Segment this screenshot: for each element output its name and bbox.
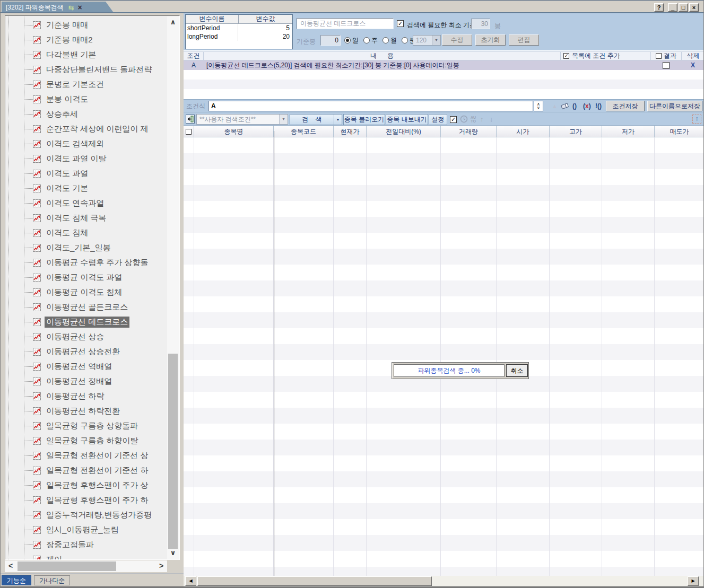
scroll-right-icon[interactable]: ▶ [688, 576, 699, 586]
chevron-down-icon[interactable]: ▼ [432, 36, 440, 45]
scroll-left-icon[interactable]: ◀ [185, 576, 196, 586]
tree-item[interactable]: 다중상단볼린저밴드 돌파전략 [5, 62, 167, 77]
column-header[interactable]: 종목코드 [274, 126, 334, 137]
period-radio-1[interactable]: 일 [344, 36, 359, 45]
column-header[interactable]: 시가 [497, 126, 550, 137]
add-to-list-checkbox[interactable]: ✓ [563, 53, 569, 59]
tree-item[interactable]: 이격도 연속과열 [5, 196, 167, 210]
tree-item[interactable]: 일목균형 후행스팬이 주가 하 [5, 493, 167, 507]
tree-item[interactable]: 분봉 이격도 [5, 92, 167, 107]
spin-down-icon[interactable]: ∨ [537, 106, 540, 110]
results-horizontal-scrollbar[interactable]: ◀ ▶ [184, 576, 704, 586]
tree-item[interactable]: 문병로 기본조건 [5, 77, 167, 92]
result-checkbox[interactable] [656, 53, 662, 59]
radio-icon[interactable] [402, 37, 408, 43]
tree-item[interactable]: 임시_이동평균_눌림 [5, 522, 167, 537]
clock-icon[interactable] [460, 115, 468, 123]
column-header[interactable]: 종목명 [194, 126, 274, 137]
scroll-up-icon[interactable]: ∧ [167, 16, 179, 28]
cancel-button[interactable]: 취소 [506, 364, 528, 377]
tree-item[interactable]: 일목균형 전환선이 기준선 하 [5, 463, 167, 478]
tree-item[interactable]: 일목균형 구름층 상향돌파 [5, 418, 167, 433]
modify-button[interactable]: 수정 [442, 34, 472, 46]
preset-dropdown[interactable]: **사용자 검색조건** ▼ [196, 114, 288, 125]
settings-button[interactable]: 설정 [429, 114, 447, 125]
tree-item[interactable]: 이동평균 수렴후 주가 상향돌 [5, 255, 167, 270]
tab-alphabetical-order[interactable]: 가나다순 [34, 575, 70, 585]
clear-triangle-icon[interactable]: ▲ [552, 103, 558, 109]
scroll-right-icon[interactable]: > [155, 560, 167, 572]
variable-row[interactable]: shortPeriod5 [186, 24, 292, 32]
tree-item[interactable]: 이격도 과열 이탈 [5, 151, 167, 166]
tree-item[interactable]: 이격도 침체 [5, 225, 167, 240]
condition-name-field[interactable]: 이동평균선 데드크로스 [297, 18, 394, 29]
tree-item[interactable]: 이동평균선 골든크로스 [5, 300, 167, 314]
scrollbar-thumb[interactable] [18, 561, 116, 571]
paren-x-button[interactable]: (x) [583, 102, 591, 110]
column-header[interactable]: 현재가 [334, 126, 367, 137]
scroll-left-icon[interactable]: < [5, 560, 16, 572]
tree-item[interactable]: 일목균형 구름층 하향이탈 [5, 433, 167, 448]
save-condition-button[interactable]: 조건저장 [606, 101, 645, 111]
save-as-button[interactable]: 다른이름으로저장 [647, 101, 702, 111]
tree-item[interactable]: 기준봉 매매 [5, 17, 167, 32]
tab-function-order[interactable]: 기능순 [2, 575, 31, 585]
tree-item[interactable]: 이동평균선 정배열 [5, 374, 167, 389]
column-header[interactable]: 거래량 [441, 126, 497, 137]
tree-vertical-scrollbar[interactable]: ∧ ∨ [167, 16, 179, 559]
move-down-icon[interactable]: ↓ [490, 115, 493, 123]
send-to-top-icon[interactable]: ↑ [692, 115, 701, 124]
tab-close-icon[interactable]: × [78, 4, 82, 11]
edit-button[interactable]: 편집 [509, 34, 539, 46]
minimize-button[interactable]: _ [668, 3, 677, 12]
auto-icon[interactable]: AU TO [471, 116, 476, 123]
search-dropdown-icon[interactable]: ▼ [334, 114, 342, 125]
scrollbar-thumb[interactable] [197, 576, 432, 586]
tree-item[interactable]: 이동평균 이격도 과열 [5, 270, 167, 285]
swap-arrows-icon[interactable]: ⇆ [68, 4, 74, 12]
tree-item[interactable]: 이격도_기본_일봉 [5, 240, 167, 255]
tree-item[interactable]: 이동평균선 상승 [5, 329, 167, 344]
condition-row[interactable]: A [이동평균선 데드크로스(5,20)] 검색에 필요한 최소기간:[30] … [184, 60, 704, 70]
tree-item[interactable]: 기준봉 매매2 [5, 32, 167, 47]
reset-button[interactable]: 초기화 [475, 34, 506, 46]
tree-item[interactable]: 이격도 기본 [5, 181, 167, 196]
help-button[interactable]: ? [654, 3, 664, 12]
results-body[interactable] [184, 137, 704, 576]
dock-left-icon[interactable] [186, 115, 195, 124]
tree-item[interactable]: 상승추세 [5, 107, 167, 121]
period-radio-3[interactable]: 월 [383, 36, 397, 45]
tree-item[interactable]: 이격도 과열 [5, 166, 167, 181]
tree-item[interactable]: 이동평균선 상승전환 [5, 344, 167, 359]
window-tab[interactable]: [3202] 파워종목검색 ⇆ × [2, 2, 114, 13]
chevron-down-icon[interactable]: ▼ [279, 115, 288, 124]
tree-item[interactable]: 이격도 검색제외 [5, 136, 167, 151]
minute-dropdown[interactable]: 120 ▼ [413, 35, 441, 46]
min-period-field[interactable]: 30 [471, 19, 490, 29]
base-candle-field[interactable]: 0 [320, 35, 341, 46]
tree-item[interactable]: 이동평균선 데드크로스 [5, 314, 167, 329]
tree-item[interactable]: 순간포착 세상에 이런일이 제 [5, 121, 167, 136]
tree-item[interactable]: 장중고점돌파 [5, 537, 167, 552]
paren-button[interactable]: () [572, 102, 577, 110]
radio-icon[interactable] [363, 37, 370, 43]
tree-item[interactable]: 일중누적거래량,변동성가중평 [5, 507, 167, 522]
tree-item[interactable]: 제이 [5, 552, 167, 559]
formula-input[interactable]: A [208, 101, 533, 111]
column-header[interactable]: 전일대비(%) [367, 126, 441, 137]
radio-icon[interactable] [383, 37, 389, 43]
tree-horizontal-scrollbar[interactable]: < > [5, 560, 167, 572]
close-button[interactable]: × [689, 3, 699, 12]
paren-not-button[interactable]: !() [595, 102, 602, 110]
scrollbar-thumb[interactable] [168, 354, 178, 549]
tree-item[interactable]: 다각볼밴 기본 [5, 47, 167, 62]
column-header[interactable]: 매도가 [655, 126, 704, 137]
condition-result-checkbox[interactable] [663, 62, 670, 69]
radio-icon[interactable] [344, 37, 351, 43]
load-stocks-button[interactable]: 종목 불러오기 [343, 114, 385, 125]
formula-spinner[interactable]: ∧ ∨ [534, 101, 543, 111]
variable-row[interactable]: longPeriod20 [186, 32, 292, 41]
toolbar-checkbox[interactable]: ✓ [450, 116, 457, 123]
eraser-icon[interactable] [561, 102, 570, 110]
maximize-button[interactable]: □ [679, 3, 688, 12]
